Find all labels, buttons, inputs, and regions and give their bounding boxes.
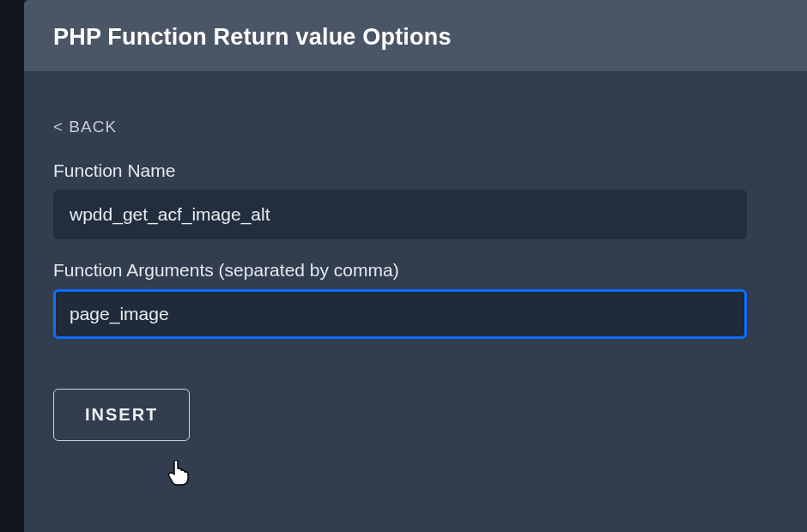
back-link[interactable]: < BACK — [53, 118, 117, 136]
left-rail — [0, 0, 24, 532]
insert-button[interactable]: INSERT — [53, 389, 190, 441]
options-panel: PHP Function Return value Options < BACK… — [24, 0, 807, 532]
panel-body: < BACK Function Name Function Arguments … — [24, 71, 807, 441]
function-name-group: Function Name — [53, 160, 778, 239]
function-name-label: Function Name — [53, 160, 778, 181]
function-name-input[interactable] — [53, 190, 747, 239]
panel-header: PHP Function Return value Options — [24, 0, 807, 71]
function-args-input[interactable] — [53, 289, 747, 339]
function-args-label: Function Arguments (separated by comma) — [53, 260, 778, 281]
page-title: PHP Function Return value Options — [53, 24, 778, 51]
function-args-group: Function Arguments (separated by comma) — [53, 260, 778, 339]
